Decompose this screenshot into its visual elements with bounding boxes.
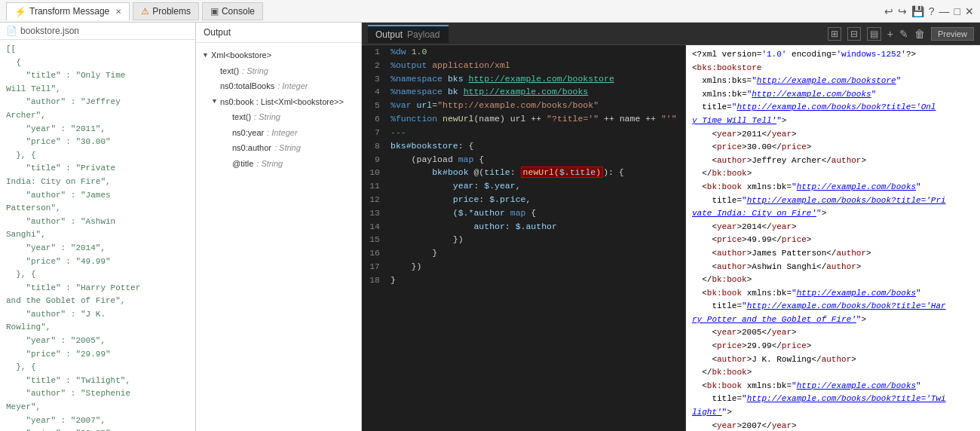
middle-panel: Output ▼ Xml<bookstore> text() : String …	[196, 23, 362, 431]
minimize-icon[interactable]: —	[939, 5, 950, 17]
code-line-4: %namespace bk http://example.com/books	[390, 85, 679, 99]
save-icon[interactable]: 💾	[911, 5, 924, 17]
code-line-3: %namespace bks http://example.com/bookst…	[390, 72, 679, 86]
highlighted-expression: newUrl($.title)	[521, 167, 604, 178]
layout-icon-1[interactable]: ⊞	[828, 27, 841, 41]
code-line-14: author: $.author	[390, 220, 679, 234]
tree-type-title-attr: : String	[256, 157, 283, 170]
undo-icon[interactable]: ↩	[884, 5, 893, 17]
code-line-16: }	[390, 246, 679, 260]
code-line-11: year: $.year,	[390, 179, 679, 193]
tree-type-text: : String	[242, 65, 268, 78]
output-label: Output	[204, 27, 231, 38]
main-layout: 📄 bookstore.json [[ { "title" : "Only Ti…	[0, 23, 980, 431]
code-line-15: })	[390, 233, 679, 246]
maximize-icon[interactable]: □	[954, 5, 960, 17]
close-transform-icon[interactable]: ✕	[115, 8, 121, 16]
preview-button[interactable]: Preview	[931, 27, 974, 41]
tree-item-book[interactable]: ▼ ns0:book : List<Xml<bookstore>>	[199, 94, 358, 110]
file-icon: 📄	[6, 26, 17, 36]
tree-item-author[interactable]: ns0:author : String	[199, 140, 358, 156]
code-line-12: price: $.price,	[390, 193, 679, 206]
close-window-icon[interactable]: ✕	[965, 5, 974, 17]
tab-console[interactable]: ▣ Console	[202, 2, 263, 20]
redo-icon[interactable]: ↪	[898, 5, 907, 17]
code-line-5: %var url="http://example.com/books/book"	[390, 99, 679, 112]
tree-label-bookstore: Xml<bookstore>	[211, 49, 271, 62]
tree-item-title-attr[interactable]: @title : String	[199, 156, 358, 172]
layout-icon-3[interactable]: ▤	[867, 27, 881, 41]
tree-label-title-attr: @title	[232, 157, 253, 170]
code-editor[interactable]: 12345 678910 1112131415 161718 %dw 1.0 %…	[362, 45, 686, 431]
middle-panel-header: Output	[196, 23, 361, 43]
help-icon[interactable]: ?	[929, 5, 935, 17]
tree-arrow-book: ▼	[211, 96, 220, 107]
tree-content: ▼ Xml<bookstore> text() : String ns0:tot…	[196, 43, 361, 431]
tree-type-year: : Integer	[267, 127, 297, 139]
tree-label-text2: text()	[232, 111, 251, 124]
tree-item-year[interactable]: ns0:year : Integer	[199, 125, 358, 141]
payload-separator: Payload	[407, 29, 439, 40]
tab-transform-label: Transform Message	[29, 6, 109, 17]
xml-output: <?xml version='1.0' encoding='windows-12…	[686, 45, 980, 431]
line-numbers: 12345 678910 1112131415 161718	[362, 45, 384, 287]
tab-console-label: Console	[222, 6, 255, 17]
tree-item-bookstore[interactable]: ▼ Xml<bookstore>	[199, 47, 358, 63]
tree-item-totalbooks[interactable]: ns0:totalBooks : Integer	[199, 78, 358, 94]
code-line-17: })	[390, 260, 679, 274]
code-tab-output[interactable]: Output Payload	[368, 25, 449, 43]
code-line-1: %dw 1.0	[390, 45, 679, 59]
filename: bookstore.json	[20, 26, 79, 36]
tree-type-text2: : String	[254, 111, 280, 124]
code-line-8: bks#bookstore: {	[390, 139, 679, 153]
edit-mapping-icon[interactable]: ✎	[899, 28, 908, 40]
code-line-6: %function newUrl(name) url ++ "?title='"…	[390, 112, 679, 126]
title-bar: ⚡ Transform Message ✕ ⚠ Problems ▣ Conso…	[0, 0, 980, 23]
tree-label-totalbooks: ns0:totalBooks	[220, 80, 274, 93]
tree-label-author: ns0:author	[232, 142, 271, 154]
transform-icon: ⚡	[14, 6, 26, 17]
left-panel-content: [[ { "title" : "Only Time Will Tell", "a…	[0, 40, 195, 431]
code-line-18: }	[390, 274, 679, 287]
tree-label-book: ns0:book : List<Xml<bookstore>>	[220, 96, 344, 109]
code-toolbar: ⊞ ⊟ ▤ + ✎ 🗑 Preview	[828, 27, 974, 41]
left-panel: 📄 bookstore.json [[ { "title" : "Only Ti…	[0, 23, 196, 431]
tree-item-text[interactable]: text() : String	[199, 63, 358, 79]
console-icon: ▣	[210, 6, 219, 17]
code-line-9: (payload map {	[390, 153, 679, 167]
layout-icon-2[interactable]: ⊟	[847, 27, 861, 41]
code-lines: 12345 678910 1112131415 161718 %dw 1.0 %…	[362, 45, 685, 287]
right-panel: Output Payload ⊞ ⊟ ▤ + ✎ 🗑 Preview 12345	[362, 23, 980, 431]
delete-mapping-icon[interactable]: 🗑	[914, 28, 925, 40]
code-line-7: ---	[390, 126, 679, 139]
code-line-13: ($.*author map {	[390, 206, 679, 220]
tree-type-totalbooks: : Integer	[277, 80, 308, 93]
tab-transform[interactable]: ⚡ Transform Message ✕	[6, 2, 130, 20]
window-controls: ↩ ↪ 💾 ? — □ ✕	[884, 5, 974, 17]
left-panel-header: 📄 bookstore.json	[0, 23, 195, 40]
tree-item-text2[interactable]: text() : String	[199, 109, 358, 125]
code-tab-label: Output	[375, 29, 403, 40]
tab-problems-label: Problems	[152, 6, 191, 17]
problems-icon: ⚠	[141, 6, 149, 17]
add-mapping-icon[interactable]: +	[887, 28, 893, 40]
tree-type-author: : String	[274, 142, 301, 154]
code-content: %dw 1.0 %output application/xml %namespa…	[384, 45, 685, 287]
tab-problems[interactable]: ⚠ Problems	[133, 2, 199, 20]
tree-label-text: text()	[220, 65, 239, 78]
tree-label-year: ns0:year	[232, 127, 264, 139]
code-output-area: 12345 678910 1112131415 161718 %dw 1.0 %…	[362, 45, 980, 431]
code-panel-header: Output Payload ⊞ ⊟ ▤ + ✎ 🗑 Preview	[362, 23, 980, 45]
tree-arrow-bookstore: ▼	[202, 50, 211, 61]
code-line-10: bk#book @(title: newUrl($.title)): {	[390, 166, 679, 179]
code-line-2: %output application/xml	[390, 59, 679, 72]
